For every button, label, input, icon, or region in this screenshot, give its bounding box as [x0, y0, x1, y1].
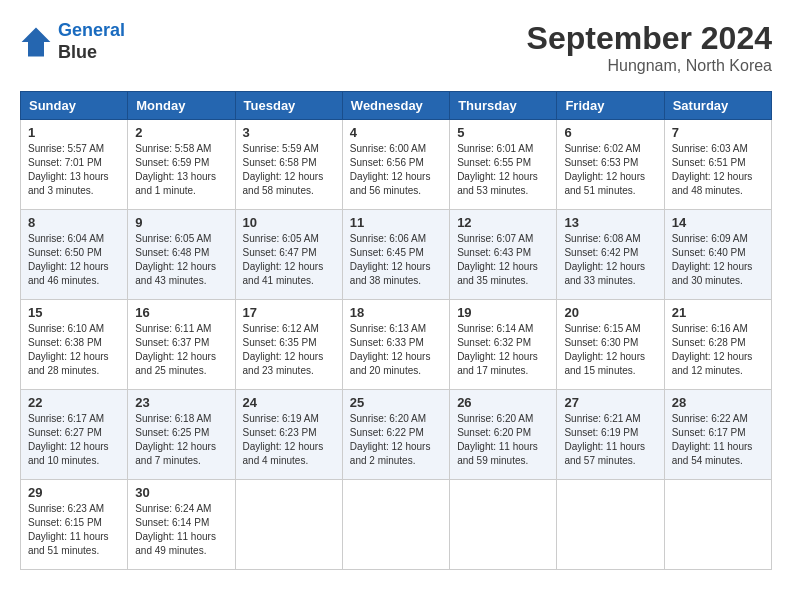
day-number: 13 — [564, 215, 656, 230]
day-info: Sunrise: 6:14 AMSunset: 6:32 PMDaylight:… — [457, 322, 549, 378]
page-header: General Blue September 2024 Hungnam, Nor… — [20, 20, 772, 75]
calendar-week-1: 1Sunrise: 5:57 AMSunset: 7:01 PMDaylight… — [21, 120, 772, 210]
logo-text: General Blue — [58, 20, 125, 63]
day-number: 22 — [28, 395, 120, 410]
day-number: 6 — [564, 125, 656, 140]
day-info: Sunrise: 6:10 AMSunset: 6:38 PMDaylight:… — [28, 322, 120, 378]
day-info: Sunrise: 5:58 AMSunset: 6:59 PMDaylight:… — [135, 142, 227, 198]
day-info: Sunrise: 6:11 AMSunset: 6:37 PMDaylight:… — [135, 322, 227, 378]
day-number: 24 — [243, 395, 335, 410]
day-number: 12 — [457, 215, 549, 230]
day-number: 23 — [135, 395, 227, 410]
day-number: 18 — [350, 305, 442, 320]
logo-line2: Blue — [58, 42, 125, 64]
calendar-header-row: Sunday Monday Tuesday Wednesday Thursday… — [21, 92, 772, 120]
table-row: 17Sunrise: 6:12 AMSunset: 6:35 PMDayligh… — [235, 300, 342, 390]
table-row: 23Sunrise: 6:18 AMSunset: 6:25 PMDayligh… — [128, 390, 235, 480]
table-row: 22Sunrise: 6:17 AMSunset: 6:27 PMDayligh… — [21, 390, 128, 480]
day-number: 26 — [457, 395, 549, 410]
day-number: 5 — [457, 125, 549, 140]
table-row — [342, 480, 449, 570]
day-number: 30 — [135, 485, 227, 500]
calendar-week-5: 29Sunrise: 6:23 AMSunset: 6:15 PMDayligh… — [21, 480, 772, 570]
day-number: 7 — [672, 125, 764, 140]
day-info: Sunrise: 6:03 AMSunset: 6:51 PMDaylight:… — [672, 142, 764, 198]
day-info: Sunrise: 6:01 AMSunset: 6:55 PMDaylight:… — [457, 142, 549, 198]
table-row: 20Sunrise: 6:15 AMSunset: 6:30 PMDayligh… — [557, 300, 664, 390]
day-number: 15 — [28, 305, 120, 320]
table-row: 21Sunrise: 6:16 AMSunset: 6:28 PMDayligh… — [664, 300, 771, 390]
col-tuesday: Tuesday — [235, 92, 342, 120]
table-row: 19Sunrise: 6:14 AMSunset: 6:32 PMDayligh… — [450, 300, 557, 390]
day-info: Sunrise: 6:07 AMSunset: 6:43 PMDaylight:… — [457, 232, 549, 288]
table-row: 15Sunrise: 6:10 AMSunset: 6:38 PMDayligh… — [21, 300, 128, 390]
logo-line1: General — [58, 20, 125, 40]
logo: General Blue — [20, 20, 125, 63]
title-block: September 2024 Hungnam, North Korea — [527, 20, 772, 75]
day-info: Sunrise: 6:23 AMSunset: 6:15 PMDaylight:… — [28, 502, 120, 558]
table-row: 18Sunrise: 6:13 AMSunset: 6:33 PMDayligh… — [342, 300, 449, 390]
day-number: 3 — [243, 125, 335, 140]
day-info: Sunrise: 6:16 AMSunset: 6:28 PMDaylight:… — [672, 322, 764, 378]
day-info: Sunrise: 6:18 AMSunset: 6:25 PMDaylight:… — [135, 412, 227, 468]
calendar-week-3: 15Sunrise: 6:10 AMSunset: 6:38 PMDayligh… — [21, 300, 772, 390]
day-number: 11 — [350, 215, 442, 230]
col-friday: Friday — [557, 92, 664, 120]
table-row — [235, 480, 342, 570]
day-number: 19 — [457, 305, 549, 320]
table-row: 9Sunrise: 6:05 AMSunset: 6:48 PMDaylight… — [128, 210, 235, 300]
day-info: Sunrise: 6:05 AMSunset: 6:47 PMDaylight:… — [243, 232, 335, 288]
day-number: 29 — [28, 485, 120, 500]
table-row: 4Sunrise: 6:00 AMSunset: 6:56 PMDaylight… — [342, 120, 449, 210]
day-info: Sunrise: 6:02 AMSunset: 6:53 PMDaylight:… — [564, 142, 656, 198]
calendar-table: Sunday Monday Tuesday Wednesday Thursday… — [20, 91, 772, 570]
day-number: 25 — [350, 395, 442, 410]
day-number: 27 — [564, 395, 656, 410]
day-number: 20 — [564, 305, 656, 320]
day-number: 4 — [350, 125, 442, 140]
day-info: Sunrise: 6:24 AMSunset: 6:14 PMDaylight:… — [135, 502, 227, 558]
col-saturday: Saturday — [664, 92, 771, 120]
day-info: Sunrise: 5:57 AMSunset: 7:01 PMDaylight:… — [28, 142, 120, 198]
table-row: 27Sunrise: 6:21 AMSunset: 6:19 PMDayligh… — [557, 390, 664, 480]
location: Hungnam, North Korea — [527, 57, 772, 75]
day-info: Sunrise: 6:17 AMSunset: 6:27 PMDaylight:… — [28, 412, 120, 468]
day-info: Sunrise: 6:15 AMSunset: 6:30 PMDaylight:… — [564, 322, 656, 378]
table-row: 2Sunrise: 5:58 AMSunset: 6:59 PMDaylight… — [128, 120, 235, 210]
table-row: 16Sunrise: 6:11 AMSunset: 6:37 PMDayligh… — [128, 300, 235, 390]
table-row: 28Sunrise: 6:22 AMSunset: 6:17 PMDayligh… — [664, 390, 771, 480]
table-row: 8Sunrise: 6:04 AMSunset: 6:50 PMDaylight… — [21, 210, 128, 300]
table-row: 12Sunrise: 6:07 AMSunset: 6:43 PMDayligh… — [450, 210, 557, 300]
table-row — [664, 480, 771, 570]
table-row: 6Sunrise: 6:02 AMSunset: 6:53 PMDaylight… — [557, 120, 664, 210]
day-number: 2 — [135, 125, 227, 140]
table-row: 14Sunrise: 6:09 AMSunset: 6:40 PMDayligh… — [664, 210, 771, 300]
table-row: 26Sunrise: 6:20 AMSunset: 6:20 PMDayligh… — [450, 390, 557, 480]
svg-marker-0 — [22, 27, 51, 56]
day-info: Sunrise: 6:04 AMSunset: 6:50 PMDaylight:… — [28, 232, 120, 288]
table-row: 7Sunrise: 6:03 AMSunset: 6:51 PMDaylight… — [664, 120, 771, 210]
table-row: 25Sunrise: 6:20 AMSunset: 6:22 PMDayligh… — [342, 390, 449, 480]
day-info: Sunrise: 6:05 AMSunset: 6:48 PMDaylight:… — [135, 232, 227, 288]
calendar-week-2: 8Sunrise: 6:04 AMSunset: 6:50 PMDaylight… — [21, 210, 772, 300]
col-thursday: Thursday — [450, 92, 557, 120]
logo-icon — [20, 26, 52, 58]
day-info: Sunrise: 6:06 AMSunset: 6:45 PMDaylight:… — [350, 232, 442, 288]
day-number: 1 — [28, 125, 120, 140]
day-info: Sunrise: 6:19 AMSunset: 6:23 PMDaylight:… — [243, 412, 335, 468]
day-info: Sunrise: 6:20 AMSunset: 6:20 PMDaylight:… — [457, 412, 549, 468]
calendar-week-4: 22Sunrise: 6:17 AMSunset: 6:27 PMDayligh… — [21, 390, 772, 480]
day-number: 16 — [135, 305, 227, 320]
day-number: 21 — [672, 305, 764, 320]
day-number: 17 — [243, 305, 335, 320]
day-info: Sunrise: 6:22 AMSunset: 6:17 PMDaylight:… — [672, 412, 764, 468]
day-info: Sunrise: 6:20 AMSunset: 6:22 PMDaylight:… — [350, 412, 442, 468]
day-number: 28 — [672, 395, 764, 410]
table-row — [450, 480, 557, 570]
table-row: 5Sunrise: 6:01 AMSunset: 6:55 PMDaylight… — [450, 120, 557, 210]
table-row: 29Sunrise: 6:23 AMSunset: 6:15 PMDayligh… — [21, 480, 128, 570]
day-info: Sunrise: 6:08 AMSunset: 6:42 PMDaylight:… — [564, 232, 656, 288]
table-row: 11Sunrise: 6:06 AMSunset: 6:45 PMDayligh… — [342, 210, 449, 300]
col-monday: Monday — [128, 92, 235, 120]
day-info: Sunrise: 6:21 AMSunset: 6:19 PMDaylight:… — [564, 412, 656, 468]
